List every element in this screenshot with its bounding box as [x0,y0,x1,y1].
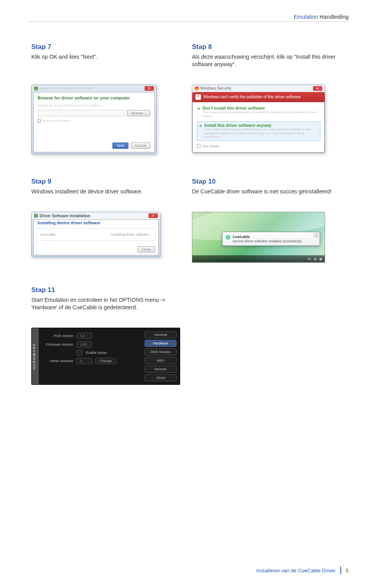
option-dont-install[interactable]: ➔ Don't install this driver software You… [197,106,320,118]
see-details-toggle[interactable]: ˅ See details [197,144,320,148]
step9-text: Windows installeert de device driver sof… [31,188,180,195]
tab-general[interactable]: General [145,331,177,338]
step7-text: Klik op OK and kies "Next". [31,53,180,61]
close-icon[interactable]: ✕ [313,86,322,91]
include-subfolders-checkbox[interactable] [38,119,41,123]
browse-button[interactable]: Browse... [127,110,150,116]
arrow-icon: ➔ [197,106,200,111]
header-divider [27,22,349,22]
step11-text: Start Emulation en controleer in het OPT… [31,296,180,311]
screenshot-step7: Update Driver Software - CueCable ✕ Brow… [31,85,157,154]
artnet-universe-value[interactable]: 0 [76,358,92,364]
installer-heading: Installing device driver software [34,220,158,228]
tab-midi[interactable]: MIDI [145,357,177,364]
tab-remote[interactable]: Remote [145,366,177,373]
page-number: 5 [346,568,349,574]
close-icon[interactable]: ✕ [314,233,318,238]
step8-text: Als deze waarschuwing verschijnt, klik o… [192,53,341,68]
installer-icon [34,214,38,218]
security-window-title: Windows Security [200,86,231,90]
step10-title: Stap 10 [192,178,345,186]
shield-blocked-icon [195,94,201,100]
balloon-title: CueCable [233,234,302,239]
screenshot-step11: HARDWARE PCB version 1.2 Firmware Versio… [31,328,180,385]
screenshot-step8: Windows Security ✕ Windows can't verify … [192,85,325,153]
dialog-heading: Browse for driver software on your compu… [38,96,150,100]
balloon-body: Device driver software installed success… [233,239,302,243]
pcb-version-label: PCB version [43,334,73,338]
footer-divider [340,566,341,574]
notification-balloon[interactable]: ✕ CueCable Device driver software instal… [222,232,320,246]
window-icon [34,87,38,90]
firmware-version-value: 1.03 [76,341,92,348]
divider [37,240,155,241]
arrow-icon: ➔ [199,123,202,128]
enable-artnet-label: Enable artnet [86,351,107,355]
option-install-anyway[interactable]: ➔ Install this driver software anyway On… [197,121,320,141]
device-name: CueCable [40,233,56,236]
path-input[interactable] [38,110,125,116]
artnet-universe-label: Artnet universe [43,359,73,363]
security-shield-icon [195,87,199,90]
window-title: Update Driver Software - CueCable [40,86,94,90]
tray-icon[interactable]: ▣ [319,257,322,261]
close-icon[interactable]: ✕ [145,86,154,91]
option-dont-install-title: Don't install this driver software [202,106,320,111]
security-warning-bar: Windows can't verify the publisher of th… [192,92,325,102]
option-install-anyway-desc: Only install driver software obtained fr… [204,128,318,139]
step8-title: Stap 8 [192,43,345,51]
tab-hardware[interactable]: Hardware [145,340,177,347]
dialog-label: Search for driver software in this locat… [38,103,150,108]
include-subfolders-label: Include subfolders [42,119,70,123]
close-button[interactable]: Close [137,246,155,253]
step10-text: De CueCable driver software is met succe… [192,188,341,195]
tab-about[interactable]: About [145,374,177,381]
doc-title: Handleiding [320,14,349,20]
screenshot-step10: ✕ CueCable Device driver software instal… [192,212,325,263]
install-status: Installing driver software... [111,233,152,236]
installer-window-title: Driver Software Installation [40,214,90,218]
tab-dmx-monitor[interactable]: DMX Monitor [145,348,177,355]
change-button[interactable]: Change [95,358,116,364]
page-footer: Installeren van de CueCable Driver 5 [256,566,349,574]
screenshot-step9: Driver Software Installation ✕ Installin… [31,212,161,257]
firmware-version-label: Firmware Version [43,343,73,346]
cancel-button[interactable]: Cancel [131,142,150,149]
info-icon [226,235,230,240]
tray-language[interactable]: NL [308,257,312,261]
doc-header: Emulation Handleiding [294,14,349,20]
divider [37,228,155,229]
enable-artnet-toggle[interactable] [76,350,83,355]
taskbar: NL ◐ ▣ [192,255,325,262]
options-side-label: HARDWARE [32,328,39,384]
next-button[interactable]: Next [112,142,128,149]
pcb-version-value: 1.2 [76,333,92,339]
see-details-label: See details [202,144,219,148]
close-icon[interactable]: ✕ [148,213,158,218]
option-dont-install-desc: You should check your manufacturer's web… [202,110,320,118]
option-install-anyway-title: Install this driver software anyway [204,123,318,128]
chevron-down-icon: ˅ [197,144,201,148]
step7-title: Stap 7 [31,43,184,51]
security-warning-text: Windows can't verify the publisher of th… [203,95,301,99]
step11-title: Stap 11 [31,286,184,294]
brand-name: Emulation [294,14,318,20]
footer-section: Installeren van de CueCable Driver [256,568,335,574]
tray-icon[interactable]: ◐ [314,257,317,261]
step9-title: Stap 9 [31,178,184,186]
